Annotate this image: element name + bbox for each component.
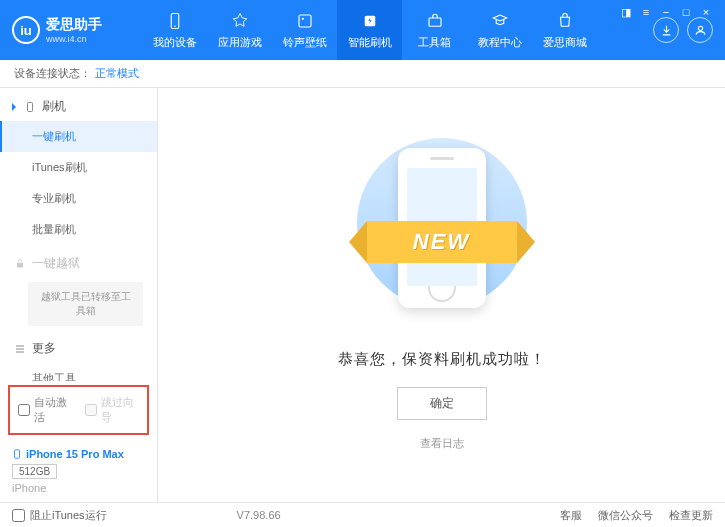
svg-point-3 bbox=[301, 17, 303, 19]
success-message: 恭喜您，保资料刷机成功啦！ bbox=[338, 350, 546, 369]
skip-wizard-checkbox[interactable]: 跳过向导 bbox=[85, 395, 140, 425]
success-illustration: NEW bbox=[342, 118, 542, 328]
wallpaper-icon bbox=[295, 11, 315, 31]
status-mode: 正常模式 bbox=[95, 66, 139, 81]
nav-smart-flash[interactable]: 智能刷机 bbox=[337, 0, 402, 60]
status-bar: 设备连接状态： 正常模式 bbox=[0, 60, 725, 88]
footer-link-update[interactable]: 检查更新 bbox=[669, 508, 713, 523]
phone-icon bbox=[12, 447, 22, 461]
svg-rect-9 bbox=[15, 450, 20, 458]
sidebar-section-flash[interactable]: 刷机 bbox=[0, 88, 157, 121]
sidebar-item-itunes[interactable]: iTunes刷机 bbox=[0, 152, 157, 183]
store-icon bbox=[555, 11, 575, 31]
apps-icon bbox=[230, 11, 250, 31]
sidebar: 刷机 一键刷机 iTunes刷机 专业刷机 批量刷机 一键越狱 越狱工具已转移至… bbox=[0, 88, 158, 502]
device-storage: 512GB bbox=[12, 464, 57, 479]
device-type: iPhone bbox=[12, 482, 145, 494]
logo-icon: iu bbox=[12, 16, 40, 44]
maximize-icon[interactable]: □ bbox=[679, 5, 693, 19]
version-label: V7.98.66 bbox=[237, 509, 281, 521]
device-icon bbox=[165, 11, 185, 31]
phone-icon bbox=[24, 101, 36, 113]
svg-rect-7 bbox=[28, 102, 33, 111]
tutorial-icon bbox=[490, 11, 510, 31]
sidebar-options-box: 自动激活 跳过向导 bbox=[8, 385, 149, 435]
footer: 阻止iTunes运行 V7.98.66 客服 微信公众号 检查更新 bbox=[0, 502, 725, 527]
user-button[interactable] bbox=[687, 17, 713, 43]
main-content: NEW 恭喜您，保资料刷机成功啦！ 确定 查看日志 bbox=[158, 88, 725, 502]
svg-rect-2 bbox=[299, 15, 311, 27]
nav-toolbox[interactable]: 工具箱 bbox=[402, 0, 467, 60]
device-name: iPhone 15 Pro Max bbox=[12, 447, 145, 461]
menu-icon bbox=[14, 343, 26, 355]
auto-activate-checkbox[interactable]: 自动激活 bbox=[18, 395, 73, 425]
close-icon[interactable]: × bbox=[699, 5, 713, 19]
window-controls: ◨ ≡ − □ × bbox=[619, 5, 713, 19]
flash-icon bbox=[360, 11, 380, 31]
new-ribbon: NEW bbox=[367, 221, 517, 263]
block-itunes-checkbox[interactable]: 阻止iTunes运行 bbox=[12, 508, 107, 523]
sidebar-item-pro[interactable]: 专业刷机 bbox=[0, 183, 157, 214]
sidebar-jailbreak-note: 越狱工具已转移至工具箱 bbox=[28, 282, 143, 326]
svg-point-6 bbox=[698, 26, 702, 30]
theme-icon[interactable]: ◨ bbox=[619, 5, 633, 19]
menu-icon[interactable]: ≡ bbox=[639, 5, 653, 19]
app-header: iu 爱思助手 www.i4.cn 我的设备 应用游戏 铃声壁纸 智能刷机 工具… bbox=[0, 0, 725, 60]
svg-point-1 bbox=[174, 25, 176, 27]
nav-my-device[interactable]: 我的设备 bbox=[142, 0, 207, 60]
logo-area: iu 爱思助手 www.i4.cn bbox=[12, 16, 142, 44]
svg-rect-8 bbox=[17, 263, 23, 268]
download-button[interactable] bbox=[653, 17, 679, 43]
nav-store[interactable]: 爱思商城 bbox=[532, 0, 597, 60]
svg-rect-5 bbox=[429, 18, 441, 26]
logo-text: 爱思助手 www.i4.cn bbox=[46, 16, 102, 44]
device-info: iPhone 15 Pro Max 512GB iPhone bbox=[0, 439, 157, 502]
footer-link-support[interactable]: 客服 bbox=[560, 508, 582, 523]
toolbox-icon bbox=[425, 11, 445, 31]
ok-button[interactable]: 确定 bbox=[397, 387, 487, 420]
nav-ringtones[interactable]: 铃声壁纸 bbox=[272, 0, 337, 60]
sidebar-section-jailbreak[interactable]: 一键越狱 bbox=[0, 245, 157, 278]
top-nav: 我的设备 应用游戏 铃声壁纸 智能刷机 工具箱 教程中心 爱思商城 bbox=[142, 0, 643, 60]
sidebar-item-batch[interactable]: 批量刷机 bbox=[0, 214, 157, 245]
arrow-icon bbox=[12, 103, 20, 111]
sidebar-item-onekey[interactable]: 一键刷机 bbox=[0, 121, 157, 152]
nav-tutorials[interactable]: 教程中心 bbox=[467, 0, 532, 60]
footer-link-wechat[interactable]: 微信公众号 bbox=[598, 508, 653, 523]
sidebar-section-more[interactable]: 更多 bbox=[0, 330, 157, 363]
header-buttons bbox=[653, 17, 713, 43]
lock-icon bbox=[14, 258, 26, 270]
view-log-link[interactable]: 查看日志 bbox=[420, 436, 464, 451]
status-label: 设备连接状态： bbox=[14, 66, 91, 81]
sidebar-item-other[interactable]: 其他工具 bbox=[0, 363, 157, 381]
minimize-icon[interactable]: − bbox=[659, 5, 673, 19]
nav-apps[interactable]: 应用游戏 bbox=[207, 0, 272, 60]
